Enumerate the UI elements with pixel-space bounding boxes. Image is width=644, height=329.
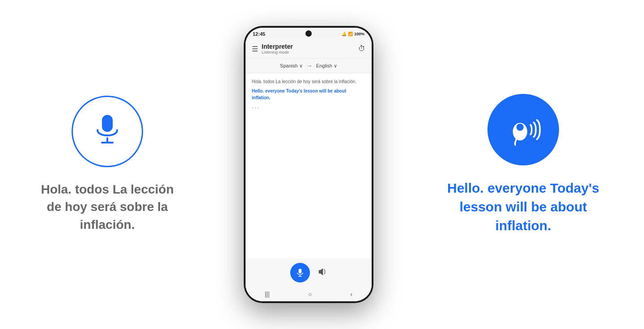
original-speech-text: Hola. todos La lección de hoy será sobre… (252, 79, 365, 85)
earbud-icon (503, 110, 543, 150)
menu-icon[interactable]: ☰ (252, 45, 258, 53)
app-subtitle: Listening mode (262, 50, 293, 55)
phone-container: 12:45 🔔 📶 100% ☰ Int (244, 26, 373, 303)
lang-swap-arrow[interactable]: → (306, 62, 313, 69)
signal-icon: 📶 (348, 32, 353, 36)
page-wrapper: Hola. todos La lección de hoy será sobre… (0, 0, 644, 329)
status-bar: 12:45 🔔 📶 100% (246, 28, 372, 38)
target-language-button[interactable]: English ∨ (316, 63, 337, 69)
history-icon[interactable]: ⏱ (358, 45, 365, 53)
phone-bottom-controls (246, 258, 372, 287)
recent-apps-button[interactable]: ||| (265, 291, 270, 298)
record-mic-button[interactable] (290, 263, 310, 283)
source-language-button[interactable]: Spanish ∨ (280, 63, 303, 69)
source-lang-label: Spanish (280, 63, 298, 68)
earbud-circle (487, 94, 559, 165)
speaker-output-button[interactable] (317, 267, 327, 279)
mic-circle (72, 96, 143, 167)
source-lang-chevron: ∨ (299, 63, 303, 69)
status-time: 12:45 (253, 31, 265, 37)
right-section: Hello. everyone Today's lesson will be a… (438, 94, 608, 235)
left-original-text: Hola. todos La lección de hoy será sobre… (36, 181, 179, 233)
phone-screen: 12:45 🔔 📶 100% ☰ Int (246, 28, 372, 301)
mic-icon (89, 111, 125, 152)
nav-bar: ||| ○ ‹ (246, 287, 372, 301)
phone-frame: 12:45 🔔 📶 100% ☰ Int (244, 26, 373, 303)
lang-bar: Spanish ∨ → English ∨ (246, 59, 372, 73)
status-icons: 🔔 📶 100% (342, 32, 364, 36)
app-content: ☰ Interpreter Listening mode ⏱ Spanish (246, 38, 372, 301)
app-header: ☰ Interpreter Listening mode ⏱ (246, 38, 372, 59)
app-title-group: Interpreter Listening mode (262, 43, 293, 55)
target-lang-chevron: ∨ (334, 63, 337, 69)
app-title: Interpreter (262, 43, 293, 50)
home-button[interactable]: ○ (308, 291, 312, 298)
right-translated-text: Hello. everyone Today's lesson will be a… (438, 179, 608, 235)
header-left: ☰ Interpreter Listening mode (252, 43, 293, 55)
typing-indicator: ··· (252, 104, 365, 111)
camera-notch (305, 30, 312, 37)
svg-rect-0 (102, 115, 113, 132)
battery-text: 100% (354, 32, 364, 36)
wifi-icon: 🔔 (342, 32, 347, 36)
conversation-area: Hola. todos La lección de hoy será sobre… (246, 73, 372, 258)
svg-point-7 (517, 124, 524, 131)
translated-speech-text: Hello. everyone Today's lesson will be a… (252, 88, 365, 101)
svg-rect-3 (299, 269, 302, 273)
back-button[interactable]: ‹ (350, 291, 352, 298)
left-section: Hola. todos La lección de hoy será sobre… (36, 96, 179, 233)
target-lang-label: English (316, 63, 332, 68)
